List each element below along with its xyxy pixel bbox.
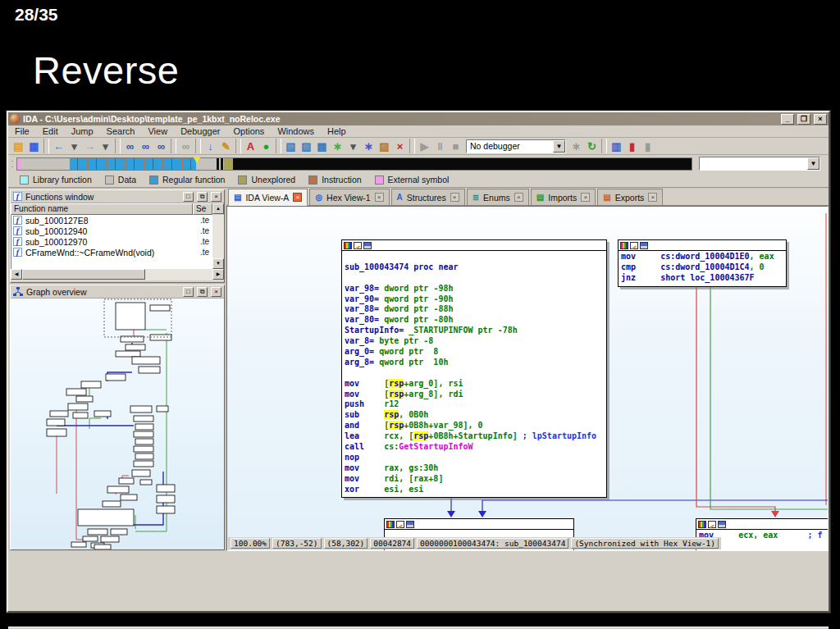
enable-analysis-icon[interactable]: ● — [258, 139, 274, 153]
node-color-icon[interactable] — [620, 242, 628, 249]
node-color-icon[interactable] — [698, 521, 706, 528]
function-row[interactable]: f sub_1000127E8 .te — [11, 215, 224, 226]
create-struct-icon[interactable]: ▧ — [283, 139, 299, 153]
panel-close-button[interactable]: × — [211, 192, 221, 202]
function-row[interactable]: f CFrameWnd::~CFrameWnd(void) .te — [11, 247, 224, 258]
create-array-icon[interactable]: ▩ — [314, 139, 330, 153]
toolbar-separator[interactable] — [115, 139, 121, 153]
close-button[interactable]: × — [814, 114, 827, 125]
menu-item[interactable]: Options — [226, 126, 271, 136]
run-to-cursor-icon[interactable]: ↻ — [584, 139, 600, 153]
menu-item[interactable]: File — [8, 126, 36, 136]
rename-icon[interactable]: ✎ — [218, 139, 234, 153]
navigate-back-icon[interactable]: ← — [51, 139, 66, 153]
graph-node-top-right[interactable]: mov cs:dword_10004D1E0, eaxcmp cs:dword_… — [618, 239, 787, 287]
scrollbar-thumb[interactable] — [22, 269, 145, 280]
panel-close-button[interactable]: × — [211, 287, 221, 297]
tab-exports[interactable]: ▤ Exports × — [597, 189, 663, 205]
menu-item[interactable]: Help — [321, 126, 353, 136]
node-edit-icon[interactable] — [396, 521, 404, 528]
chevron-down-icon[interactable]: ▼ — [553, 140, 565, 153]
toolbar-separator[interactable] — [409, 139, 415, 153]
graph-node-main[interactable]: sub_100043474 proc near var_98= dword pt… — [341, 239, 607, 498]
debugger-stop-icon[interactable]: ■ — [448, 139, 463, 153]
function-row[interactable]: f sub_100012940 .te — [11, 226, 224, 236]
delete-breakpoint-icon[interactable]: ▮ — [640, 139, 655, 153]
menu-item[interactable]: Edit — [36, 126, 65, 136]
minimize-button[interactable]: _ — [781, 114, 794, 125]
column-header-segment[interactable]: Se — [193, 203, 212, 215]
scroll-right-icon[interactable]: ▶ — [212, 269, 224, 280]
node-group-icon[interactable] — [640, 242, 648, 249]
node-color-icon[interactable] — [386, 521, 395, 528]
create-function-icon[interactable]: ∗ — [330, 139, 345, 153]
scroll-down-icon[interactable]: ▼ — [212, 258, 224, 269]
tab-close-icon[interactable]: × — [293, 193, 302, 202]
tab-close-icon[interactable]: × — [375, 193, 384, 202]
scroll-up-icon[interactable]: ▲ — [212, 203, 224, 214]
function-row[interactable]: f sub_100012970 .te — [11, 236, 224, 247]
tab-imports[interactable]: ▤ Imports × — [531, 189, 596, 205]
functions-window-titlebar[interactable]: f Functions window □ ⧉ × — [11, 190, 224, 203]
panel-float-button[interactable]: ⧉ — [197, 192, 208, 202]
back-history-dropdown-icon[interactable]: ▾ — [66, 139, 82, 153]
scroll-left-icon[interactable]: ◀ — [11, 269, 22, 280]
menu-item[interactable]: Windows — [271, 126, 321, 136]
tab-enums[interactable]: ≣ Enums × — [467, 189, 529, 205]
set-function-type-icon[interactable]: ▨ — [377, 139, 392, 153]
functions-vertical-scrollbar[interactable]: ▼ — [212, 215, 224, 269]
create-enum-icon[interactable]: ▨ — [299, 139, 314, 153]
toolbar-separator[interactable] — [195, 139, 201, 153]
toolbar-separator[interactable] — [171, 139, 176, 153]
graph-overview-titlebar[interactable]: Graph overview □ ⧉ × — [11, 285, 224, 299]
tab-close-icon[interactable]: × — [514, 193, 523, 202]
menu-item[interactable]: View — [141, 126, 174, 136]
tab-close-icon[interactable]: × — [581, 193, 590, 202]
save-icon[interactable]: ▦ — [26, 139, 42, 153]
tab-structures[interactable]: A Structures × — [391, 189, 465, 205]
attach-process-icon[interactable]: ∗ — [568, 139, 584, 153]
node-group-icon[interactable] — [718, 521, 726, 528]
window-titlebar[interactable]: IDA - C:\Users\admin\Desktop\template_pe… — [8, 112, 829, 125]
navigate-forward-icon[interactable]: → — [82, 139, 98, 153]
graph-view-canvas[interactable]: sub_100043474 proc near var_98= dword pt… — [226, 206, 829, 551]
open-file-icon[interactable]: ▤ — [11, 139, 26, 153]
navigation-band[interactable] — [16, 157, 692, 171]
toolbar-separator[interactable] — [276, 139, 281, 153]
menu-item[interactable]: Search — [100, 126, 142, 136]
panel-maximize-button[interactable]: □ — [183, 287, 194, 297]
jump-to-address-icon[interactable]: ↓ — [203, 139, 218, 153]
node-color-icon[interactable] — [344, 242, 352, 249]
column-header-function-name[interactable]: Function name — [11, 203, 193, 215]
navband-address-select[interactable]: ▼ — [699, 157, 820, 171]
node-edit-icon[interactable] — [630, 242, 638, 249]
node-group-icon[interactable] — [363, 242, 372, 249]
tab-hex-view-1[interactable]: ◎ Hex View-1 × — [309, 189, 389, 205]
search-names-icon[interactable]: ∞ — [122, 139, 138, 153]
toolbar-separator[interactable] — [601, 139, 607, 153]
create-function-dropdown-icon[interactable]: ▾ — [345, 139, 361, 153]
restore-button[interactable]: ❐ — [797, 114, 810, 125]
menu-item[interactable]: Jump — [65, 126, 100, 136]
graph-overview-minimap[interactable] — [11, 299, 224, 549]
node-edit-icon[interactable] — [354, 242, 362, 249]
search-immediate-icon[interactable]: ∞ — [153, 139, 169, 153]
tab-ida-view-a[interactable]: ▤ IDA View-A × — [228, 189, 308, 206]
node-group-icon[interactable] — [406, 521, 414, 528]
edit-function-icon[interactable]: ∗ — [361, 139, 377, 153]
forward-history-dropdown-icon[interactable]: ▾ — [98, 139, 113, 153]
node-edit-icon[interactable] — [708, 521, 716, 528]
panel-maximize-button[interactable]: □ — [183, 192, 194, 202]
panel-float-button[interactable]: ⧉ — [197, 287, 208, 297]
functions-horizontal-scrollbar[interactable]: ◀ ▶ — [11, 269, 224, 280]
debugger-options-icon[interactable]: ▥ — [609, 139, 624, 153]
set-colors-icon[interactable]: A — [243, 139, 258, 153]
add-breakpoint-icon[interactable]: ▮ — [624, 139, 640, 153]
debugger-pause-icon[interactable]: ‖ — [432, 139, 448, 153]
debugger-run-icon[interactable]: ▶ — [417, 139, 432, 153]
debugger-select[interactable]: No debugger ▼ — [466, 139, 566, 153]
search-again-icon[interactable]: ∞ — [178, 139, 194, 153]
tab-close-icon[interactable]: × — [648, 193, 657, 202]
toolbar-separator[interactable] — [235, 139, 241, 153]
tab-close-icon[interactable]: × — [450, 193, 459, 202]
